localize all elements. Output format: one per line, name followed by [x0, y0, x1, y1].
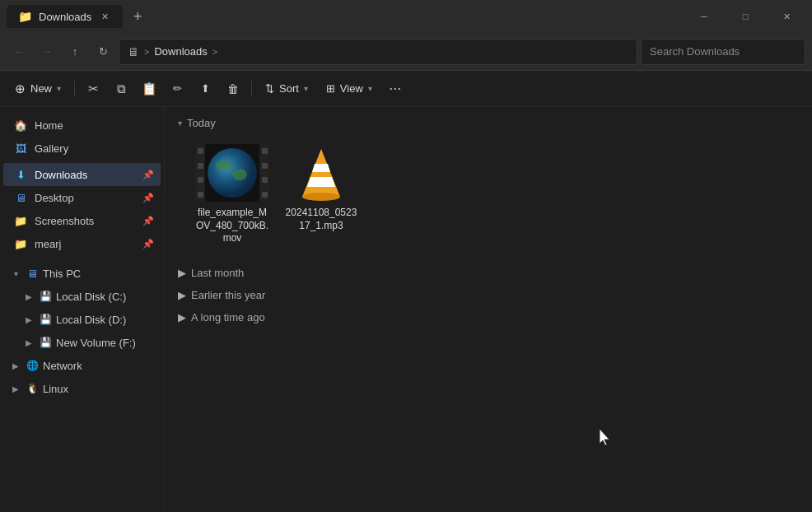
more-button[interactable]: ···: [382, 76, 408, 102]
minimize-button[interactable]: ─: [685, 3, 723, 30]
window-controls: ─ □ ✕: [685, 3, 805, 30]
svg-marker-2: [312, 164, 330, 172]
downloads-icon: ⬇: [13, 167, 28, 182]
network-icon: 🌐: [25, 358, 40, 373]
today-files-grid: file_example_MOV_480_700kB.mov: [178, 137, 799, 252]
file-item-mp3[interactable]: 20241108_052317_1.mp3: [280, 137, 362, 252]
linux-arrow: ▶: [10, 383, 21, 394]
back-button[interactable]: ←: [7, 40, 31, 64]
mov-thumbnail: [195, 144, 269, 202]
up-button[interactable]: ↑: [63, 40, 87, 64]
screenshots-icon: 📁: [13, 213, 28, 228]
mearj-icon: 📁: [13, 236, 28, 251]
search-box[interactable]: Search Downloads: [641, 39, 805, 65]
sidebar-item-mearj[interactable]: 📁 mearj 📌: [3, 232, 161, 255]
sort-label: Sort: [279, 82, 299, 95]
file-item-mov[interactable]: file_example_MOV_480_700kB.mov: [191, 137, 273, 252]
new-label: New: [30, 82, 52, 95]
cut-button[interactable]: ✂: [80, 76, 106, 102]
breadcrumb-monitor-icon: 🖥: [128, 45, 139, 58]
today-section-header[interactable]: ▾ Today: [178, 117, 799, 129]
new-button[interactable]: ⊕ New ▾: [7, 76, 69, 102]
sidebar: 🏠 Home 🖼 Gallery ⬇ Downloads 📌 🖥 Desktop…: [0, 107, 165, 512]
breadcrumb-folder: Downloads: [154, 45, 207, 58]
film-hole: [198, 177, 203, 183]
last-month-section[interactable]: ▶ Last month: [178, 265, 799, 281]
new-volume-label: New Volume (F:): [56, 337, 136, 349]
film-hole: [262, 163, 268, 169]
sidebar-item-desktop[interactable]: 🖥 Desktop 📌: [3, 186, 161, 209]
new-icon: ⊕: [15, 81, 26, 96]
toolbar-sep2: [251, 81, 252, 97]
earlier-year-section[interactable]: ▶ Earlier this year: [178, 287, 799, 303]
active-tab[interactable]: 📁 Downloads ✕: [7, 5, 123, 28]
local-d-icon: 💾: [38, 312, 53, 327]
new-volume-icon: 💾: [38, 335, 53, 350]
film-hole: [198, 148, 203, 154]
sidebar-screenshots-label: Screenshots: [35, 215, 94, 227]
mp3-thumbnail: [284, 144, 358, 202]
paste-button[interactable]: 📋: [136, 76, 162, 102]
network-label: Network: [43, 360, 82, 372]
svg-point-4: [302, 193, 340, 201]
film-hole: [198, 163, 203, 169]
sidebar-item-new-volume[interactable]: ▶ 💾 New Volume (F:): [3, 331, 161, 354]
mov-filename: file_example_MOV_480_700kB.mov: [194, 207, 270, 245]
view-button[interactable]: ⊞ View ▾: [318, 76, 380, 102]
view-chevron: ▾: [368, 84, 372, 93]
linux-icon: 🐧: [25, 381, 40, 396]
earlier-year-label: Earlier this year: [191, 289, 265, 301]
sort-button[interactable]: ⇅ Sort ▾: [257, 76, 316, 102]
sidebar-item-gallery[interactable]: 🖼 Gallery: [3, 137, 161, 160]
breadcrumb-sep2: >: [212, 47, 217, 57]
close-button[interactable]: ✕: [768, 3, 805, 30]
sort-chevron: ▾: [304, 84, 308, 93]
svg-marker-1: [307, 177, 335, 187]
local-c-icon: 💾: [38, 289, 53, 304]
film-hole: [198, 192, 203, 198]
this-pc-label: This PC: [43, 268, 81, 280]
earlier-year-chevron: ▶: [178, 289, 186, 301]
sidebar-item-linux[interactable]: ▶ 🐧 Linux: [3, 377, 161, 400]
mp3-filename: 20241108_052317_1.mp3: [283, 207, 359, 232]
refresh-button[interactable]: ↻: [91, 40, 115, 64]
sidebar-item-this-pc[interactable]: ▾ 🖥 This PC: [3, 262, 161, 285]
share-button[interactable]: ⬆: [192, 76, 218, 102]
local-d-arrow: ▶: [23, 314, 35, 325]
breadcrumb-sep: >: [144, 47, 149, 57]
sort-icon: ⇅: [265, 82, 274, 95]
desktop-pin-icon: 📌: [142, 193, 154, 203]
sidebar-item-screenshots[interactable]: 📁 Screenshots 📌: [3, 209, 161, 232]
local-d-label: Local Disk (D:): [56, 314, 126, 326]
toolbar: ⊕ New ▾ ✂ ⧉ 📋 ✏ ⬆ 🗑 ⇅ Sort ▾ ⊞ View ▾ ··…: [0, 71, 812, 107]
sidebar-item-network[interactable]: ▶ 🌐 Network: [3, 354, 161, 377]
new-chevron: ▾: [57, 84, 61, 93]
svg-marker-0: [302, 149, 340, 197]
content-area: ▾ Today: [165, 107, 812, 512]
new-tab-button[interactable]: +: [126, 5, 149, 28]
sidebar-downloads-label: Downloads: [35, 169, 87, 181]
this-pc-icon: 🖥: [25, 266, 40, 281]
sidebar-item-downloads[interactable]: ⬇ Downloads 📌: [3, 163, 161, 186]
sidebar-item-local-d[interactable]: ▶ 💾 Local Disk (D:): [3, 308, 161, 331]
linux-label: Linux: [43, 383, 68, 395]
view-label: View: [340, 82, 363, 95]
last-month-chevron: ▶: [178, 267, 186, 279]
sidebar-item-local-c[interactable]: ▶ 💾 Local Disk (C:): [3, 285, 161, 308]
maximize-button[interactable]: □: [726, 3, 764, 30]
copy-button[interactable]: ⧉: [108, 76, 134, 102]
title-bar: 📁 Downloads ✕ + ─ □ ✕: [0, 0, 812, 33]
breadcrumb[interactable]: 🖥 > Downloads >: [119, 39, 637, 65]
tab-close-button[interactable]: ✕: [98, 10, 111, 23]
forward-button[interactable]: →: [35, 40, 59, 64]
long-ago-label: A long time ago: [191, 311, 265, 323]
sidebar-item-home[interactable]: 🏠 Home: [3, 114, 161, 137]
rename-button[interactable]: ✏: [164, 76, 190, 102]
downloads-pin-icon: 📌: [142, 170, 154, 180]
film-strip-left: [195, 144, 205, 202]
vlc-icon: [292, 144, 350, 202]
delete-button[interactable]: 🗑: [220, 76, 246, 102]
sidebar-gallery-label: Gallery: [35, 142, 68, 155]
search-placeholder: Search Downloads: [650, 45, 740, 58]
long-ago-section[interactable]: ▶ A long time ago: [178, 310, 799, 325]
